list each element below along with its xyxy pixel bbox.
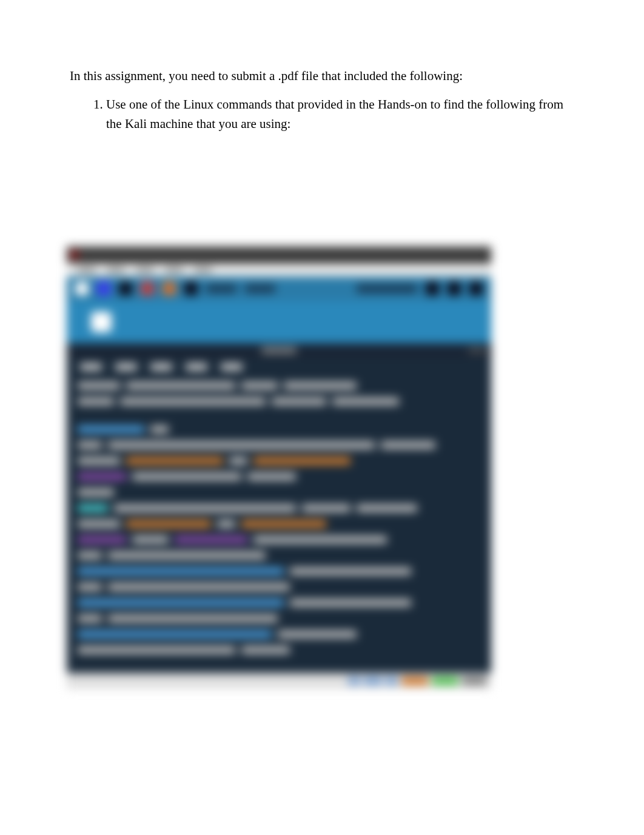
terminal-line bbox=[78, 599, 480, 606]
menu-actions bbox=[115, 363, 137, 371]
terminal-line bbox=[78, 489, 480, 496]
tab-item bbox=[136, 267, 154, 272]
toolbar-item bbox=[206, 284, 236, 293]
toolbar-icon bbox=[119, 282, 132, 295]
menu-view bbox=[186, 363, 207, 371]
taskbar-item bbox=[432, 677, 458, 685]
terminal-line bbox=[78, 615, 480, 622]
terminal-line bbox=[78, 505, 480, 512]
toolbar-workspace bbox=[357, 284, 417, 293]
kali-toolbar bbox=[67, 277, 491, 301]
window-controls bbox=[468, 348, 486, 353]
menu-file bbox=[80, 363, 102, 371]
terminal-line bbox=[78, 441, 480, 449]
terminal-menubar bbox=[67, 358, 491, 376]
taskbar-item bbox=[364, 677, 382, 685]
terminal-title bbox=[261, 347, 297, 354]
terminal-line bbox=[78, 520, 480, 528]
terminal-tab-icon bbox=[91, 312, 112, 332]
toolbar-icon bbox=[469, 282, 483, 295]
taskbar-item bbox=[386, 677, 398, 685]
toolbar-icon bbox=[426, 282, 439, 295]
terminal-line bbox=[78, 536, 480, 543]
tab-item bbox=[165, 267, 183, 272]
tab-item bbox=[194, 267, 212, 272]
toolbar-icon bbox=[141, 282, 154, 295]
terminal-output bbox=[67, 376, 491, 660]
taskbar-item bbox=[348, 677, 360, 685]
document-content: In this assignment, you need to submit a… bbox=[0, 0, 644, 158]
toolbar-icon bbox=[97, 282, 110, 295]
intro-paragraph: In this assignment, you need to submit a… bbox=[70, 67, 574, 86]
list-item-1-text: Use one of the Linux commands that provi… bbox=[106, 97, 563, 132]
tab-item bbox=[107, 267, 125, 272]
toolbar-icon bbox=[448, 282, 461, 295]
tab-item bbox=[78, 267, 96, 272]
terminal-line bbox=[78, 568, 480, 575]
terminal-line bbox=[78, 382, 480, 389]
terminal-titlebar bbox=[67, 343, 491, 358]
terminal-line bbox=[78, 457, 480, 464]
terminal-line bbox=[78, 631, 480, 638]
taskbar-item bbox=[462, 677, 486, 685]
desktop-taskbar bbox=[67, 673, 491, 689]
kali-logo-icon bbox=[75, 282, 89, 295]
toolbar-icon bbox=[184, 282, 198, 295]
taskbar-item bbox=[401, 677, 428, 685]
terminal-line bbox=[78, 398, 480, 405]
toolbar-item bbox=[245, 284, 275, 293]
terminal-line bbox=[78, 426, 480, 433]
terminal-line bbox=[78, 473, 480, 480]
terminal-line bbox=[78, 552, 480, 559]
terminal-line bbox=[78, 646, 480, 654]
browser-tab-bar bbox=[67, 263, 491, 277]
assignment-list: Use one of the Linux commands that provi… bbox=[70, 95, 574, 134]
window-icon bbox=[70, 250, 79, 259]
menu-edit bbox=[150, 363, 172, 371]
window-titlebar bbox=[67, 246, 491, 263]
terminal-line bbox=[78, 583, 480, 591]
menu-help bbox=[221, 363, 243, 371]
window-tab-area bbox=[67, 301, 491, 343]
blurred-screenshot bbox=[67, 246, 491, 689]
toolbar-icon bbox=[163, 282, 176, 295]
list-item-1: Use one of the Linux commands that provi… bbox=[106, 95, 574, 134]
